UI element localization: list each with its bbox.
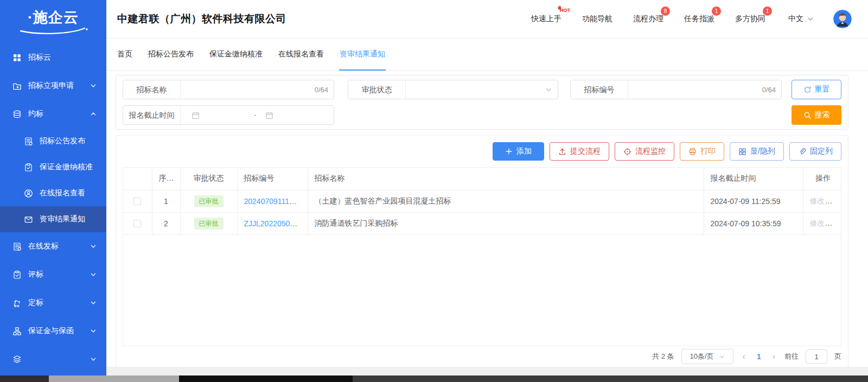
content-footer-gap [106,367,868,375]
sidebar-group-invite-tender[interactable]: 约标 [0,100,106,128]
table-header-row: 序号 审批状态 招标编号 招标名称 报名截止时间 操作 [123,168,841,190]
plus-icon [505,148,513,155]
next-page-button[interactable]: › [770,352,777,361]
show-hide-columns-label: 显/隐列 [750,147,775,156]
horizontal-scrollbar[interactable] [0,375,868,382]
cell-deadline: 2024-07-09 11:25:59 [704,190,803,212]
header-checkbox-cell [123,168,152,190]
current-page[interactable]: 1 [755,352,763,361]
deadline-label: 报名截止时间 [123,106,181,124]
page-size-label: 10条/页 [690,352,714,361]
tender-code-link[interactable]: 2024070911170... [244,197,304,206]
data-table-container: 序号 审批状态 招标编号 招标名称 报名截止时间 操作 1 已审批 202407… [123,167,841,346]
tab-label: 首页 [117,49,132,59]
tab-label: 保证金缴纳核准 [209,49,263,59]
row-checkbox[interactable] [133,220,141,227]
tab-announcement-publish[interactable]: 招标公告发布 [148,39,194,71]
row-checkbox[interactable] [133,198,141,205]
tender-code-input[interactable] [628,85,762,94]
sidebar-item-bid-award[interactable]: 定标 [0,289,106,317]
tab-label: 资审结果通知 [340,49,385,59]
chevron-down-icon [90,271,97,278]
sidebar-item-qualification-result[interactable]: 资审结果通知 [0,206,106,232]
goto-label: 前往 [784,352,799,361]
tab-deposit-approval[interactable]: 保证金缴纳核准 [209,39,263,71]
flow-monitor-button[interactable]: 流程监控 [615,142,674,161]
language-label: 中文 [788,14,803,24]
search-button[interactable]: 搜索 [792,105,841,125]
logo-swoosh-icon [17,26,89,35]
sidebar-item-deposit-approval[interactable]: 保证金缴纳核准 [0,154,106,180]
edit-link[interactable]: 修改 [810,219,833,227]
submit-flow-button[interactable]: 提交流程 [550,142,609,161]
sidebar-item-label: 在线报名查看 [40,188,85,198]
calendar-icon[interactable] [192,111,200,119]
approval-status-field-group[interactable]: 审批状态 [348,80,558,99]
nav-item-quick-start[interactable]: 快速上手 HOT [531,14,561,24]
tab-online-registration[interactable]: 在线报名查看 [278,39,324,71]
goto-page-input[interactable] [806,349,827,364]
nav-item-process-handling[interactable]: 流程办理 8 [633,14,663,24]
header-status: 审批状态 [180,168,237,190]
nav-item-feature-nav[interactable]: 功能导航 [582,14,612,24]
sidebar-item-label: 在线发标 [28,241,90,251]
tab-home[interactable]: 首页 [117,39,133,71]
prev-page-button[interactable]: ‹ [741,352,748,361]
status-badge: 已审批 [194,195,224,207]
tender-name-field-group: 招标名称 0/64 [123,80,334,99]
nav-item-multi-party[interactable]: 多方协同 1 [735,14,765,24]
fixed-columns-label: 固定列 [810,147,833,156]
notification-badge: 1 [712,7,721,16]
sidebar-item-online-registration[interactable]: 在线报名查看 [0,180,106,206]
avatar[interactable] [833,10,852,28]
edit-link[interactable]: 修改 [810,196,833,205]
sidebar-item-bid-evaluation[interactable]: 评标 [0,260,106,289]
date-range-separator: - [254,111,257,119]
sidebar-item-label: 资审结果通知 [40,214,85,224]
sidebar-item-offline-registration[interactable] [0,345,106,373]
cell-deadline: 2024-07-09 10:35:59 [704,212,803,234]
print-button-label: 打印 [700,147,716,156]
status-badge: 已审批 [194,218,224,230]
crosshair-icon [623,148,631,156]
folder-icon [12,81,22,91]
reset-button-label: 重置 [815,85,830,94]
printer-icon [688,148,697,156]
coins-icon [12,109,22,119]
chevron-down-icon [90,82,97,89]
sidebar-item-announcement-publish[interactable]: 招标公告发布 [0,128,106,154]
sidebar-item-online-bid-release[interactable]: 在线发标 [0,232,106,260]
nav-item-task-assignment[interactable]: 任务指派 1 [684,14,714,24]
nav-item-label: 多方协同 [735,14,765,23]
nav-item-label: 流程办理 [633,14,663,23]
sidebar-item-tender-cloud[interactable]: 招标云 [0,43,106,72]
sidebar-item-deposit-guarantee[interactable]: 保证金与保函 [0,317,106,345]
cell-seq: 1 [152,190,180,212]
calendar-icon[interactable] [265,111,273,119]
reset-button[interactable]: 重置 [792,80,841,99]
print-button[interactable]: 打印 [680,142,724,161]
sidebar-item-project-application[interactable]: 招标立项申请 [0,72,106,100]
tab-label: 在线报名查看 [278,49,324,59]
sidebar-item-label: 招标公告发布 [40,136,85,146]
tender-name-input[interactable] [181,85,315,94]
sidebar-item-label: 评标 [28,270,90,279]
sidebar-item-label: 招标立项申请 [28,81,90,91]
nav-item-label: 任务指派 [684,14,714,23]
cell-seq: 2 [152,212,180,234]
chevron-down-icon [545,86,558,93]
scrollbar-thumb[interactable] [179,375,353,382]
show-hide-columns-button[interactable]: 显/隐列 [730,142,784,161]
language-selector[interactable]: 中文 [788,14,814,24]
toolbar: 添加 提交流程 流程监控 打印 显/隐列 固定列 [123,142,841,161]
tab-qualification-result[interactable]: 资审结果通知 [339,39,386,71]
scrollbar-corner [0,375,49,382]
table-row: 1 已审批 2024070911170... （土建）蓝色智谷产业园项目混凝土招… [123,190,841,212]
add-button[interactable]: 添加 [493,142,544,161]
fixed-columns-button[interactable]: 固定列 [789,142,841,161]
tender-code-link[interactable]: ZJJL20220505001 [244,219,307,228]
sidebar-item-label: 定标 [28,298,90,308]
layers-icon [12,354,22,364]
page-size-select[interactable]: 10条/页 [681,349,733,364]
header-code: 招标编号 [237,168,308,190]
